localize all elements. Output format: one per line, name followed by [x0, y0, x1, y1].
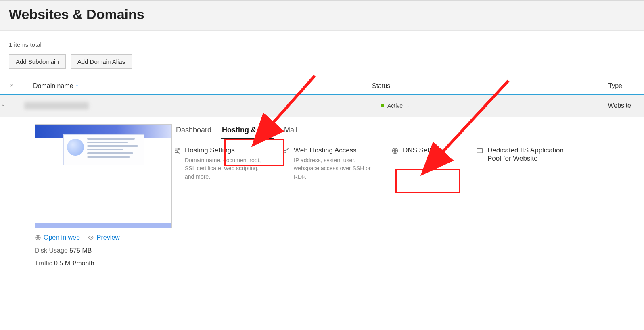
table-row: Active ⌄ Website [0, 95, 644, 117]
domain-name[interactable] [24, 102, 89, 109]
page-title: Websites & Domains [9, 6, 635, 22]
svg-point-4 [179, 152, 180, 153]
domain-tabs: Dashboard Hosting & DNS Mail [174, 124, 631, 139]
web-hosting-access-title: Web Hosting Access [294, 146, 375, 155]
tab-dashboard[interactable]: Dashboard [175, 124, 212, 139]
open-in-web-link[interactable]: Open in web [35, 234, 80, 241]
preview-link[interactable]: Preview [87, 234, 120, 241]
svg-point-3 [177, 150, 178, 152]
disk-usage-label: Disk Usage [35, 247, 68, 254]
chevron-down-icon[interactable]: ⌄ [406, 104, 409, 108]
preview-label: Preview [97, 234, 120, 241]
sort-asc-icon[interactable]: ↑ [76, 83, 79, 89]
row-collapse-icon[interactable] [0, 103, 24, 109]
globe-icon [35, 234, 41, 241]
traffic-label: Traffic [35, 260, 52, 267]
site-thumbnail[interactable] [35, 124, 172, 228]
add-subdomain-button[interactable]: Add Subdomain [9, 54, 66, 69]
svg-point-2 [178, 148, 179, 150]
svg-point-1 [90, 237, 92, 238]
hosting-settings-desc: Domain name, document root, SSL certific… [185, 156, 266, 181]
tab-mail[interactable]: Mail [283, 124, 298, 139]
status-label[interactable]: Active [387, 102, 403, 109]
add-domain-alias-button[interactable]: Add Domain Alias [71, 54, 132, 69]
items-count: 1 items total [9, 41, 635, 48]
tab-hosting-dns[interactable]: Hosting & DNS [221, 124, 274, 139]
dedicated-iis-title: Dedicated IIS Application Pool for Websi… [487, 146, 576, 163]
eye-icon [87, 235, 94, 240]
collapse-all-icon[interactable] [9, 83, 33, 89]
dns-settings-title: DNS Settings [403, 146, 444, 155]
sliders-icon [174, 146, 181, 181]
traffic-value: 0.5 MB/month [54, 260, 94, 267]
page-header: Websites & Domains [0, 0, 644, 31]
web-hosting-access-desc: IP address, system user, webspace access… [294, 156, 375, 181]
hosting-settings-control[interactable]: Hosting Settings Domain name, document r… [174, 146, 266, 181]
row-type: Website [608, 102, 631, 109]
svg-rect-7 [477, 149, 483, 153]
window-icon [476, 146, 483, 181]
column-domain-name[interactable]: Domain name [33, 82, 73, 90]
hosting-settings-title: Hosting Settings [185, 146, 266, 155]
column-type[interactable]: Type [608, 82, 622, 89]
svg-point-5 [284, 150, 286, 153]
disk-usage-value: 575 MB [69, 247, 92, 254]
dedicated-iis-control[interactable]: Dedicated IIS Application Pool for Websi… [476, 146, 576, 181]
open-in-web-label: Open in web [44, 234, 80, 241]
web-hosting-access-control[interactable]: Web Hosting Access IP address, system us… [282, 146, 375, 181]
dns-settings-control[interactable]: DNS Settings [391, 146, 460, 181]
globe-icon [391, 146, 399, 181]
status-dot-icon [381, 104, 384, 107]
key-icon [282, 146, 290, 181]
column-status[interactable]: Status [372, 82, 390, 89]
